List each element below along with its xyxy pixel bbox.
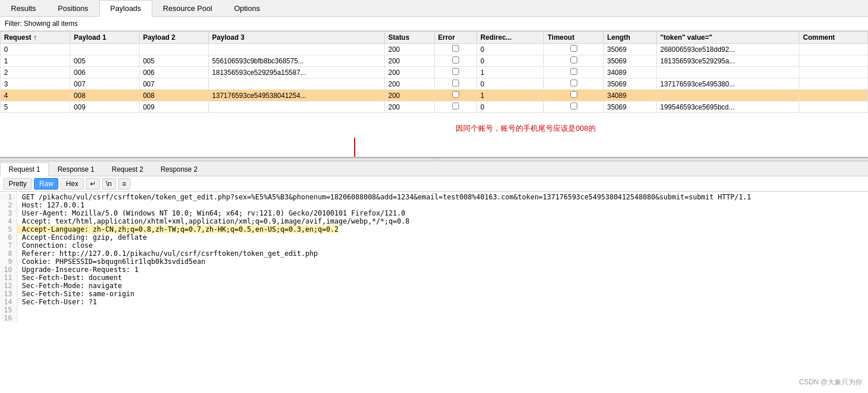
raw-btn[interactable]: Raw — [34, 178, 58, 190]
cell-request: 0 — [1, 44, 70, 55]
line-number: 8 — [0, 250, 17, 258]
cell-error — [434, 44, 477, 55]
menu-btn[interactable]: ≡ — [118, 178, 130, 190]
line-text: Accept-Language: zh-CN,zh;q=0.8,zh-TW;q=… — [17, 225, 339, 233]
col-timeout[interactable]: Timeout — [544, 32, 603, 44]
line-text: Sec-Fetch-Site: same-origin — [17, 290, 134, 298]
cell-comment — [799, 101, 868, 113]
word-wrap-btn[interactable]: ↵ — [86, 178, 100, 190]
tab-payloads[interactable]: Payloads — [99, 0, 152, 17]
request-line: 6Accept-Encoding: gzip, deflate — [0, 233, 868, 241]
cell-p3: 137176593ce549538041254... — [208, 90, 384, 101]
line-number: 7 — [0, 241, 17, 250]
cell-token: 137176593ce5495380... — [656, 78, 799, 90]
line-text — [17, 306, 22, 314]
line-number: 9 — [0, 258, 17, 266]
results-table-area: Request ↑ Payload 1 Payload 2 Payload 3 … — [0, 31, 868, 158]
request-line: 14Sec-Fetch-User: ?1 — [0, 298, 868, 306]
table-row[interactable]: 5009009200035069199546593ce5695bcd... — [1, 101, 868, 113]
tab-response1[interactable]: Response 1 — [49, 163, 103, 176]
request-line: 1GET /pikachu/vul/csrf/csrftoken/token_g… — [0, 193, 868, 201]
cell-status: 200 — [385, 90, 434, 101]
pretty-btn[interactable]: Pretty — [3, 178, 32, 190]
newline-btn[interactable]: \n — [102, 178, 116, 190]
line-number: 15 — [0, 306, 17, 314]
cell-redirect: 1 — [477, 67, 544, 78]
cell-timeout — [544, 55, 603, 67]
line-number: 10 — [0, 266, 17, 274]
cell-redirect: 1 — [477, 90, 544, 101]
col-length[interactable]: Length — [603, 32, 656, 44]
cell-p2 — [139, 44, 208, 55]
cell-comment — [799, 55, 868, 67]
cell-timeout — [544, 44, 603, 55]
cell-timeout — [544, 90, 603, 101]
cell-token — [656, 67, 799, 78]
col-payload1[interactable]: Payload 1 — [70, 32, 140, 44]
line-text: Connection: close — [17, 241, 93, 250]
cell-request: 5 — [1, 101, 70, 113]
line-number: 12 — [0, 282, 17, 290]
line-number: 3 — [0, 209, 17, 217]
col-payload2[interactable]: Payload 2 — [139, 32, 208, 44]
line-text: Sec-Fetch-Dest: document — [17, 274, 122, 282]
cell-error — [434, 101, 477, 113]
request-line: 3User-Agent: Mozilla/5.0 (Windows NT 10.… — [0, 209, 868, 217]
cell-status: 200 — [385, 78, 434, 90]
line-text: Host: 127.0.0.1 — [17, 201, 84, 209]
cell-request: 1 — [1, 55, 70, 67]
cell-error — [434, 90, 477, 101]
table-row[interactable]: 0200035069268006593ce518dd92... — [1, 44, 868, 55]
tab-resource-pool[interactable]: Resource Pool — [152, 0, 223, 16]
table-row[interactable]: 4008008137176593ce549538041254...2001340… — [1, 90, 868, 101]
filter-bar: Filter: Showing all items — [0, 17, 868, 31]
col-token[interactable]: "token" value=" — [656, 32, 799, 44]
top-tab-bar: Results Positions Payloads Resource Pool… — [0, 0, 868, 17]
cell-timeout — [544, 101, 603, 113]
request-line: 2Host: 127.0.0.1 — [0, 201, 868, 209]
tab-options[interactable]: Options — [223, 0, 271, 16]
cell-length: 35069 — [603, 55, 656, 67]
line-text — [17, 314, 22, 322]
cell-token — [656, 90, 799, 101]
request-line: 12Sec-Fetch-Mode: navigate — [0, 282, 868, 290]
col-request[interactable]: Request ↑ — [1, 32, 70, 44]
line-text: Cookie: PHPSESSID=sbqugn6lir1lqb0k3svdid… — [17, 258, 205, 266]
line-text: Sec-Fetch-User: ?1 — [17, 298, 97, 306]
request-line: 4Accept: text/html,application/xhtml+xml… — [0, 217, 868, 225]
col-status[interactable]: Status — [385, 32, 434, 44]
table-row[interactable]: 1005005556106593c9bfb8bc368575...2000350… — [1, 55, 868, 67]
bottom-tab-bar: Request 1 Response 1 Request 2 Response … — [0, 161, 868, 176]
col-error[interactable]: Error — [434, 32, 477, 44]
line-number: 11 — [0, 274, 17, 282]
cell-p1: 008 — [70, 90, 140, 101]
request-content: 1GET /pikachu/vul/csrf/csrftoken/token_g… — [0, 192, 868, 340]
cell-comment — [799, 44, 868, 55]
hex-btn[interactable]: Hex — [61, 178, 83, 190]
cell-p1 — [70, 44, 140, 55]
table-header-row: Request ↑ Payload 1 Payload 2 Payload 3 … — [1, 32, 868, 44]
cell-p1: 006 — [70, 67, 140, 78]
col-payload3[interactable]: Payload 3 — [208, 32, 384, 44]
cell-length: 34089 — [603, 90, 656, 101]
request-line: 5Accept-Language: zh-CN,zh;q=0.8,zh-TW;q… — [0, 225, 868, 233]
line-number: 4 — [0, 217, 17, 225]
table-row[interactable]: 3007007200035069137176593ce5495380... — [1, 78, 868, 90]
tab-positions[interactable]: Positions — [47, 0, 99, 16]
line-number: 5 — [0, 225, 17, 233]
cell-error — [434, 78, 477, 90]
table-row[interactable]: 2006006181356593ce529295a15587...2001340… — [1, 67, 868, 78]
tab-results[interactable]: Results — [0, 0, 47, 16]
tab-request2[interactable]: Request 2 — [103, 163, 152, 176]
col-redirect[interactable]: Redirec... — [477, 32, 544, 44]
request-line: 11Sec-Fetch-Dest: document — [0, 274, 868, 282]
col-comment[interactable]: Comment — [799, 32, 868, 44]
tab-response2[interactable]: Response 2 — [152, 163, 206, 176]
line-text: Accept-Encoding: gzip, deflate — [17, 233, 147, 241]
cell-length: 35069 — [603, 44, 656, 55]
cell-status: 200 — [385, 101, 434, 113]
line-text: Referer: http://127.0.0.1/pikachu/vul/cs… — [17, 250, 318, 258]
request-line: 16 — [0, 314, 868, 322]
tab-request1[interactable]: Request 1 — [0, 163, 49, 176]
line-text: GET /pikachu/vul/csrf/csrftoken/token_ge… — [17, 193, 751, 201]
